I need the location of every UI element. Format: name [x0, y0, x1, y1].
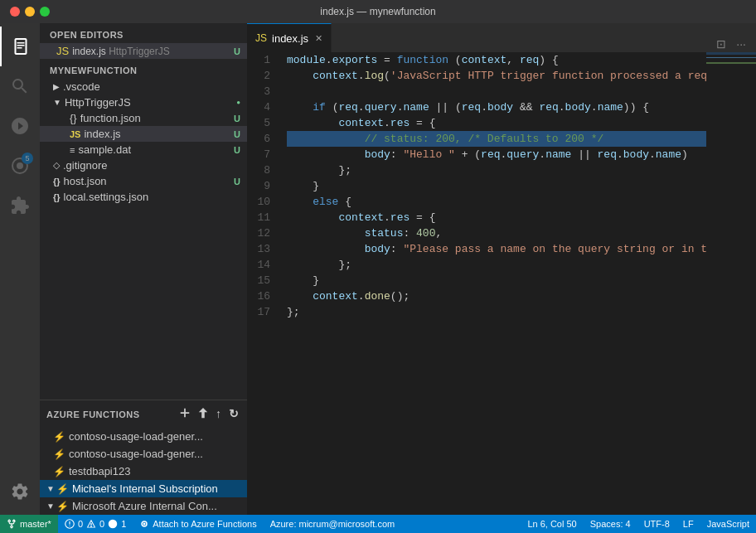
svg-rect-1	[17, 45, 25, 46]
line-ending-status[interactable]: LF	[676, 519, 700, 529]
code-line-5: context.res = {	[287, 115, 706, 131]
azure-item-michaels[interactable]: ▼ ⚡ Michael's Internal Subscription	[40, 480, 247, 497]
activity-git[interactable]	[0, 106, 40, 146]
attach-azure-status[interactable]: Attach to Azure Functions	[133, 515, 263, 533]
azure-refresh-icon[interactable]: ↻	[227, 405, 241, 423]
azure-upload-icon[interactable]: ↑	[214, 405, 224, 423]
file-name-sample-dat: sample.dat	[78, 143, 234, 156]
code-line-17: };	[287, 304, 706, 320]
git-branch-status[interactable]: master*	[0, 515, 58, 533]
azure-func-icon-5: ⚡	[56, 501, 69, 512]
tab-close-button[interactable]: ✕	[315, 33, 322, 44]
indentation-status[interactable]: Spaces: 4	[584, 519, 637, 529]
host-json-badge: U	[234, 177, 240, 187]
titlebar: index.js — mynewfunction	[0, 0, 756, 23]
window-title: index.js — mynewfunction	[320, 6, 435, 17]
file-name-host-json: host.json	[64, 175, 234, 187]
json-icon2: {}	[53, 177, 61, 187]
cursor-position: Ln 6, Col 50	[527, 519, 576, 529]
azure-func-icon-3: ⚡	[53, 466, 65, 477]
maximize-dot[interactable]	[40, 7, 50, 17]
js-icon: JS	[70, 129, 80, 139]
code-editor[interactable]: 1 2 3 4 5 6 7 8 9 10 11 12 13 14 15 16 1…	[247, 52, 756, 515]
tab-js-icon: JS	[255, 32, 267, 44]
file-function-json[interactable]: {} function.json U	[40, 110, 247, 126]
window-controls[interactable]	[10, 7, 50, 17]
encoding-label: UTF-8	[644, 519, 670, 529]
azure-add-icon[interactable]	[177, 405, 192, 423]
code-line-4: if (req.query.name || (req.body && req.b…	[287, 99, 706, 115]
file-tree: OPEN EDITORS JS index.js HttpTriggerJS U…	[40, 23, 247, 400]
activity-debug[interactable]: 5	[0, 146, 40, 186]
close-dot[interactable]	[10, 7, 20, 17]
file-host-json[interactable]: {} host.json U	[40, 173, 247, 189]
azure-item-label-5: Microsoft Azure Internal Con...	[72, 500, 217, 512]
azure-item-label-2: contoso-usage-load-gener...	[69, 448, 203, 460]
file-gitignore[interactable]: ◇ .gitignore	[40, 157, 247, 173]
code-line-7: body: "Hello " + (req.query.name || req.…	[287, 147, 706, 162]
activity-search[interactable]	[0, 66, 40, 106]
open-editors-header: OPEN EDITORS	[40, 23, 247, 43]
encoding-status[interactable]: UTF-8	[637, 519, 676, 529]
cursor-position-status[interactable]: Ln 6, Col 50	[521, 519, 583, 529]
azure-header-actions: ↑ ↻	[177, 405, 240, 423]
attach-label: Attach to Azure Functions	[153, 519, 256, 529]
tab-label: index.js	[272, 32, 308, 45]
language-label: JavaScript	[707, 519, 749, 529]
activity-settings[interactable]	[0, 475, 40, 515]
open-editor-index-js[interactable]: JS index.js HttpTriggerJS U	[40, 43, 247, 59]
file-name-function-json: function.json	[80, 112, 234, 124]
code-line-3	[287, 84, 706, 99]
errors-status[interactable]: 0 0 1	[58, 515, 133, 533]
azure-func-icon-1: ⚡	[53, 431, 65, 443]
function-json-badge: U	[234, 114, 240, 124]
code-line-1: module.exports = function (context, req)…	[287, 52, 706, 68]
line-ending-label: LF	[683, 519, 694, 529]
azure-deploy-icon[interactable]	[196, 405, 211, 423]
warning-count: 0	[99, 519, 104, 529]
azure-panel-label: AZURE FUNCTIONS	[46, 409, 140, 419]
minimize-dot[interactable]	[25, 7, 35, 17]
js-file-icon: JS	[56, 45, 69, 57]
azure-item-5[interactable]: ▼ ⚡ Microsoft Azure Internal Con...	[40, 497, 247, 515]
svg-point-7	[143, 523, 146, 526]
file-sample-dat[interactable]: ≡ sample.dat U	[40, 142, 247, 157]
code-line-14: };	[287, 257, 706, 273]
folder-name: .vscode	[63, 80, 247, 93]
json-icon: {}	[70, 112, 77, 124]
svg-rect-2	[17, 47, 22, 49]
file-local-settings[interactable]: {} local.settings.json	[40, 189, 247, 205]
code-line-8: };	[287, 162, 706, 178]
info-icon	[108, 519, 118, 529]
file-index-js[interactable]: JS index.js U	[40, 126, 247, 142]
code-content[interactable]: module.exports = function (context, req)…	[280, 52, 706, 515]
language-status[interactable]: JavaScript	[700, 519, 756, 529]
azure-item-label-3: testdbapi123	[69, 465, 130, 477]
more-actions-icon[interactable]: ···	[733, 36, 749, 52]
azure-func-icon-2: ⚡	[53, 448, 65, 460]
open-editor-name: index.js HttpTriggerJS	[72, 46, 234, 57]
activity-explorer[interactable]	[0, 27, 40, 66]
azure-account-status[interactable]: Azure: micrum@microsoft.com	[264, 515, 402, 533]
status-right: Ln 6, Col 50 Spaces: 4 UTF-8 LF JavaScri…	[521, 519, 756, 529]
activity-bar: 5	[0, 23, 40, 515]
azure-item-3[interactable]: ⚡ testdbapi123	[40, 463, 247, 480]
split-editor-icon[interactable]: ⊡	[713, 36, 729, 52]
minimap-canvas	[706, 52, 756, 515]
file-vscode[interactable]: ▶ .vscode	[40, 79, 247, 94]
minimap	[706, 52, 756, 515]
error-count: 0	[78, 519, 83, 529]
azure-item-1[interactable]: ⚡ contoso-usage-load-gener...	[40, 428, 247, 445]
main-layout: 5 OPEN EDITORS JS index.js HttpTriggerJS…	[0, 23, 756, 515]
svg-point-4	[17, 162, 23, 169]
git-branch-icon	[7, 519, 17, 529]
branch-name: master*	[20, 519, 51, 529]
tab-index-js[interactable]: JS index.js ✕	[247, 23, 332, 52]
http-badge: ●	[236, 99, 240, 106]
file-name-gitignore: .gitignore	[63, 159, 247, 172]
file-httptriggerjs[interactable]: ▼ HttpTriggerJS ●	[40, 94, 247, 110]
tab-bar: JS index.js ✕ ⊡ ···	[247, 23, 756, 52]
azure-item-2[interactable]: ⚡ contoso-usage-load-gener...	[40, 445, 247, 463]
azure-item-label-1: contoso-usage-load-gener...	[69, 430, 203, 443]
activity-extensions[interactable]	[0, 186, 40, 225]
